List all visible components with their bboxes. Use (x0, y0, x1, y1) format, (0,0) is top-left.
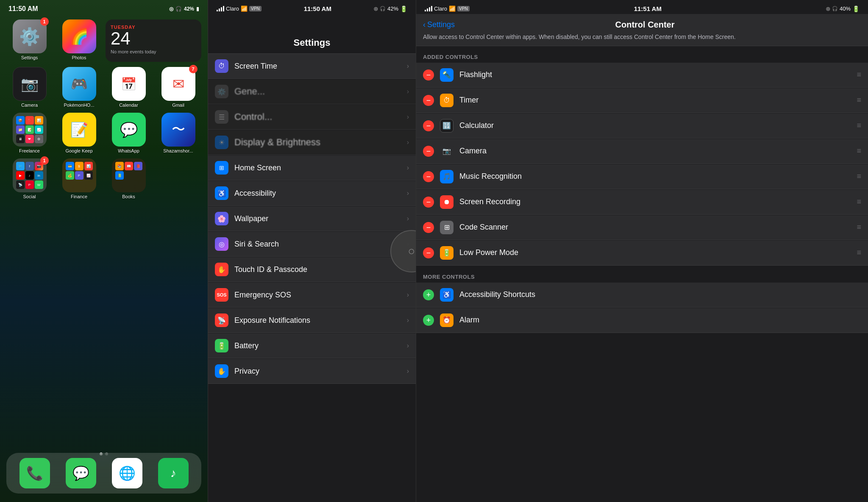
status-bar-panel1: 11:50 AM ◎ 🎧 42% ▮ (0, 0, 208, 15)
remove-calculator-btn[interactable]: − (423, 120, 434, 131)
app-gmail[interactable]: ✉ 7 Gmail (155, 67, 201, 108)
battery-icon2: 🔋 (400, 6, 407, 12)
cc-item-camera[interactable]: − 📷 Camera ≡ (416, 139, 868, 164)
cc-item-accessibility-shortcuts[interactable]: + ♿ Accessibility Shortcuts (416, 283, 868, 308)
remove-code-scanner-btn[interactable]: − (423, 222, 434, 233)
screen-time-icon: ⏱ (215, 59, 228, 73)
panel-home-screen: 11:50 AM ◎ 🎧 42% ▮ ⚙️ 1 Settings 🌈 Photo… (0, 0, 208, 502)
add-alarm-btn[interactable]: + (423, 315, 434, 326)
wifi-icon3: 📶 (449, 6, 456, 12)
dock-spotify[interactable]: ♪ (158, 458, 189, 488)
cc-item-calculator[interactable]: − 🔢 Calculator ≡ (416, 114, 868, 139)
settings-item-display[interactable]: ☀ Display & Brightness › (208, 130, 416, 155)
finance-label: Finance (62, 194, 96, 199)
cc-item-screen-recording[interactable]: − ⏺ Screen Recording ≡ (416, 190, 868, 215)
gmail-label: Gmail (161, 103, 195, 108)
screen-time-chevron: › (407, 62, 409, 70)
app-finance[interactable]: 💳 $ 📊 💰 P 📈 Finance (56, 158, 102, 199)
cc-item-timer[interactable]: − ⏱ Timer ≡ (416, 88, 868, 113)
privacy-chevron: › (407, 367, 409, 375)
settings-item-accessibility[interactable]: ♿ Accessibility › (208, 181, 416, 206)
accessibility-label: Accessibility (234, 189, 401, 198)
app-calendar[interactable]: 📅 Calendar (106, 67, 152, 108)
remove-camera-btn[interactable]: − (423, 146, 434, 157)
settings-header: Settings (208, 14, 416, 54)
freelance-label: Freelance (13, 148, 47, 153)
settings-item-siri[interactable]: ◎ Siri & Search › (208, 232, 416, 257)
settings-icon-box: ⚙️ 1 (13, 19, 47, 53)
app-books[interactable]: 📚 📖 📕 📗 Books (106, 158, 152, 199)
code-scanner-drag-handle[interactable]: ≡ (857, 223, 861, 232)
general-chevron: › (407, 88, 409, 95)
flashlight-label: Flashlight (459, 70, 851, 79)
back-button[interactable]: ‹ Settings (423, 20, 455, 29)
cc-item-music-recognition[interactable]: − 🎵 Music Recognition ≡ (416, 164, 868, 189)
dock-messages[interactable]: 💬 (66, 458, 96, 488)
app-shazam[interactable]: 〜 Shazamshor... (155, 113, 201, 153)
home-screen-icon: ⊞ (215, 161, 228, 175)
dock-chrome[interactable]: 🌐 (112, 458, 142, 488)
whatsapp-label: WhatsApp (112, 148, 146, 153)
app-social[interactable]: 🐦 f 📷 ▶ ♪ in 📡 P W 1 Social (6, 158, 53, 199)
flashlight-drag-handle[interactable]: ≡ (857, 70, 861, 79)
carrier-label3: Claro (434, 6, 447, 12)
home-screen-label: Home Screen (234, 164, 401, 172)
low-power-drag-handle[interactable]: ≡ (857, 248, 861, 257)
timer-drag-handle[interactable]: ≡ (857, 96, 861, 105)
signal-bars3 (425, 6, 432, 11)
settings-item-exposure[interactable]: 📡 Exposure Notifications › (208, 308, 416, 333)
siri-icon: ◎ (215, 237, 228, 251)
settings-item-home-screen[interactable]: ⊞ Home Screen › (208, 155, 416, 180)
vpn-badge: VPN (249, 6, 262, 11)
books-folder: 📚 📖 📕 📗 (112, 158, 146, 192)
privacy-label: Privacy (234, 367, 401, 376)
dock-phone[interactable]: 📞 (19, 458, 50, 488)
settings-item-wallpaper[interactable]: 🌸 Wallpaper › (208, 206, 416, 231)
app-gkeep[interactable]: 📝 Google Keep (56, 113, 102, 153)
settings-item-emergency-sos[interactable]: SOS Emergency SOS › (208, 283, 416, 308)
app-whatsapp[interactable]: 💬 WhatsApp (106, 113, 152, 153)
battery-pct3: 40% (840, 6, 851, 12)
control-center-chevron: › (407, 113, 409, 121)
battery-info: ◎ 🎧 42% 🔋 (374, 6, 407, 12)
shazam-icon-box: 〜 (161, 113, 195, 147)
camera-drag-handle[interactable]: ≡ (857, 147, 861, 155)
back-label: Settings (427, 20, 455, 29)
status-icons: ◎ 🎧 42% ▮ (169, 6, 199, 12)
app-pokemon[interactable]: 🎮 PokémonHO... (56, 67, 102, 108)
exposure-chevron: › (407, 316, 409, 324)
add-accessibility-shortcuts-btn[interactable]: + (423, 289, 434, 300)
settings-item-screen-time[interactable]: ⏱ Screen Time › (208, 54, 416, 79)
cc-item-alarm[interactable]: + ⏰ Alarm (416, 308, 868, 333)
settings-item-privacy[interactable]: ✋ Privacy › (208, 359, 416, 384)
display-chevron: › (407, 139, 409, 146)
remove-timer-btn[interactable]: − (423, 95, 434, 106)
app-photos[interactable]: 🌈 Photos (56, 19, 102, 62)
music-recognition-drag-handle[interactable]: ≡ (857, 172, 861, 181)
carrier-info: Claro 📶 VPN (217, 6, 262, 12)
cc-item-low-power[interactable]: − 🔋 Low Power Mode ≡ (416, 241, 868, 266)
pokemon-icon-box: 🎮 (62, 67, 96, 101)
settings-item-control-center[interactable]: ☰ Control... › (208, 105, 416, 130)
app-camera[interactable]: 📷 Camera (6, 67, 53, 108)
photos-icon-box: 🌈 (62, 19, 96, 53)
settings-item-battery[interactable]: 🔋 Battery › (208, 333, 416, 358)
remove-low-power-btn[interactable]: − (423, 247, 434, 258)
app-freelance[interactable]: 📦 🔴 📊 📁 📝 📈 🖥 ❤ ⚙ Freelance (6, 113, 53, 153)
screen-recording-drag-handle[interactable]: ≡ (857, 197, 861, 206)
calendar-widget[interactable]: TUESDAY 24 No more events today (106, 19, 201, 62)
general-label: Gene... (234, 86, 401, 97)
settings-item-general[interactable]: ⚙️ Gene... › (208, 79, 416, 104)
cc-item-flashlight[interactable]: − 🔦 Flashlight ≡ (416, 63, 868, 88)
headphones-icon: 🎧 (175, 6, 182, 12)
app-settings[interactable]: ⚙️ 1 Settings (6, 19, 53, 62)
settings-list: ⏱ Screen Time › ⚙️ Gene... › ☰ Control..… (208, 54, 416, 384)
remove-screen-recording-btn[interactable]: − (423, 197, 434, 208)
cc-item-code-scanner[interactable]: − ⊞ Code Scanner ≡ (416, 215, 868, 240)
remove-flashlight-btn[interactable]: − (423, 69, 434, 80)
home-screen-chevron: › (407, 164, 409, 172)
settings-item-touch-id[interactable]: ✋ Touch ID & Passcode › (208, 257, 416, 282)
dock: 📞 💬 🌐 ♪ (6, 453, 201, 494)
remove-music-recognition-btn[interactable]: − (423, 171, 434, 182)
calculator-drag-handle[interactable]: ≡ (857, 121, 861, 130)
